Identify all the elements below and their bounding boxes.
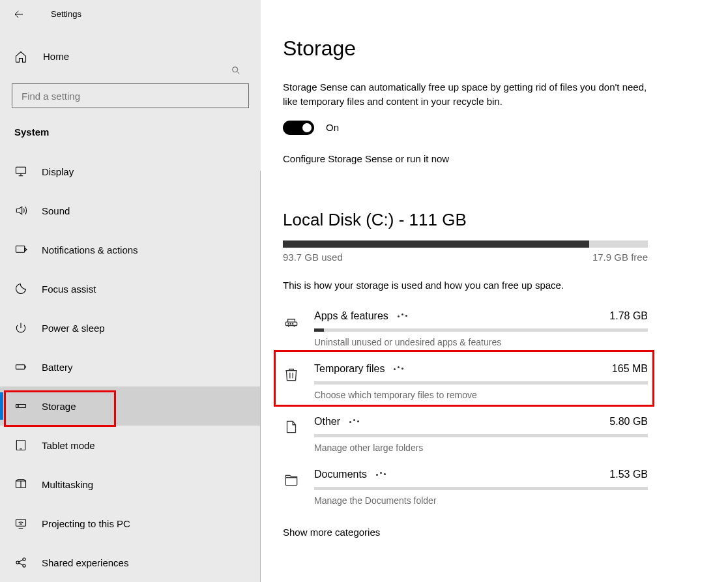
sidebar-item-notifications[interactable]: Notifications & actions: [0, 230, 261, 269]
configure-storage-sense-link[interactable]: Configure Storage Sense or run it now: [283, 153, 708, 164]
category-size: 1.53 GB: [609, 469, 648, 480]
nav-home[interactable]: Home: [0, 43, 261, 70]
sidebar-item-display[interactable]: Display: [0, 152, 261, 191]
sidebar-item-storage[interactable]: Storage: [0, 386, 261, 426]
nav-home-label: Home: [43, 51, 69, 62]
power-icon: [14, 321, 27, 334]
back-icon[interactable]: [13, 8, 25, 20]
disk-usage-bar: [283, 240, 648, 248]
disk-usage-stats: 93.7 GB used 17.9 GB free: [283, 252, 648, 263]
sidebar-item-label: Storage: [42, 401, 76, 412]
category-usage-bar: [314, 381, 648, 385]
category-usage-bar-fill: [314, 328, 324, 332]
category-name: Other: [314, 416, 361, 428]
storage-sense-description: Storage Sense can automatically free up …: [283, 80, 648, 109]
svg-rect-1: [16, 167, 26, 173]
sidebar-item-multitask[interactable]: Multitasking: [0, 465, 261, 504]
category-body: Documents1.53 GBManage the Documents fol…: [314, 469, 648, 506]
svg-rect-13: [288, 323, 289, 324]
category-subtitle: Manage the Documents folder: [314, 495, 648, 506]
temp-icon: [283, 366, 300, 383]
category-subtitle: Manage other large folders: [314, 443, 648, 453]
loading-spinner-icon: [396, 313, 409, 319]
sidebar-nav: DisplaySoundNotifications & actionsFocus…: [0, 152, 261, 582]
toggle-knob: [302, 123, 312, 132]
category-list: Apps & features1.78 GBUninstall unused o…: [283, 301, 708, 512]
storage-sense-toggle[interactable]: [283, 121, 314, 135]
page-title: Storage: [283, 36, 708, 61]
sidebar-item-focus[interactable]: Focus assist: [0, 269, 261, 308]
category-usage-bar: [314, 328, 648, 332]
sidebar-group-title: System: [14, 126, 261, 138]
loading-spinner-icon: [375, 471, 388, 478]
sound-icon: [14, 204, 27, 217]
category-body: Temporary files165 MBChoose which tempor…: [314, 363, 648, 400]
sidebar-item-power[interactable]: Power & sleep: [0, 308, 261, 347]
category-name: Temporary files: [314, 363, 405, 375]
multitask-icon: [14, 478, 27, 491]
category-item-docs[interactable]: Documents1.53 GBManage the Documents fol…: [283, 459, 648, 512]
svg-point-10: [23, 558, 25, 560]
category-subtitle: Choose which temporary files to remove: [314, 390, 648, 400]
sidebar-item-label: Notifications & actions: [42, 244, 138, 255]
sidebar: Settings Home System DisplaySoundNotific…: [0, 0, 261, 582]
sidebar-item-label: Power & sleep: [42, 323, 105, 334]
svg-rect-2: [16, 246, 25, 252]
sidebar-item-projecting[interactable]: Projecting to this PC: [0, 504, 261, 543]
sidebar-item-sound[interactable]: Sound: [0, 191, 261, 230]
svg-rect-3: [16, 365, 25, 370]
category-item-other[interactable]: Other5.80 GBManage other large folders: [283, 407, 648, 459]
window-header: Settings: [0, 0, 261, 29]
show-more-categories-link[interactable]: Show more categories: [283, 527, 708, 538]
apps-icon: [283, 313, 300, 330]
category-name: Documents: [314, 469, 388, 480]
sidebar-item-label: Projecting to this PC: [42, 518, 130, 529]
disk-used-label: 93.7 GB used: [283, 252, 343, 263]
category-size: 1.78 GB: [609, 310, 648, 322]
search-icon: [231, 65, 241, 76]
search-input[interactable]: [12, 83, 249, 108]
category-body: Other5.80 GBManage other large folders: [314, 416, 648, 453]
category-body: Apps & features1.78 GBUninstall unused o…: [314, 310, 648, 347]
main-content: Storage Storage Sense can automatically …: [261, 0, 728, 582]
disk-usage-bar-used: [283, 240, 589, 248]
sidebar-item-label: Tablet mode: [42, 440, 95, 451]
focus-icon: [14, 282, 27, 295]
svg-rect-15: [292, 323, 293, 324]
battery-icon: [14, 360, 27, 373]
svg-rect-14: [290, 323, 291, 324]
sidebar-item-label: Shared experiences: [42, 557, 128, 568]
sidebar-item-battery[interactable]: Battery: [0, 347, 261, 386]
projecting-icon: [14, 517, 27, 530]
disk-free-label: 17.9 GB free: [592, 252, 648, 263]
category-usage-bar: [314, 487, 648, 490]
storage-sense-toggle-row: On: [283, 121, 708, 135]
sidebar-item-tablet[interactable]: Tablet mode: [0, 426, 261, 465]
other-icon: [283, 418, 300, 435]
category-name: Apps & features: [314, 310, 409, 322]
storage-icon: [14, 400, 27, 413]
category-usage-bar: [314, 434, 648, 437]
category-item-apps[interactable]: Apps & features1.78 GBUninstall unused o…: [283, 301, 648, 354]
sidebar-item-label: Focus assist: [42, 284, 96, 295]
app-title: Settings: [51, 9, 81, 19]
notifications-icon: [14, 243, 27, 256]
svg-rect-16: [285, 477, 297, 485]
sidebar-item-label: Multitasking: [42, 479, 93, 490]
category-item-temp[interactable]: Temporary files165 MBChoose which tempor…: [283, 354, 648, 407]
home-icon: [14, 50, 27, 63]
search-wrap: [12, 83, 249, 108]
toggle-state-label: On: [326, 122, 339, 133]
category-size: 165 MB: [612, 363, 648, 375]
svg-point-5: [18, 405, 18, 406]
sidebar-item-shared[interactable]: Shared experiences: [0, 543, 261, 582]
docs-icon: [283, 471, 300, 488]
svg-rect-6: [16, 441, 25, 450]
shared-icon: [14, 556, 27, 569]
category-size: 5.80 GB: [609, 416, 648, 428]
sidebar-item-label: Battery: [42, 362, 73, 373]
sidebar-item-label: Sound: [42, 205, 70, 216]
tablet-icon: [14, 439, 27, 452]
display-icon: [14, 165, 27, 178]
svg-point-0: [233, 67, 238, 72]
